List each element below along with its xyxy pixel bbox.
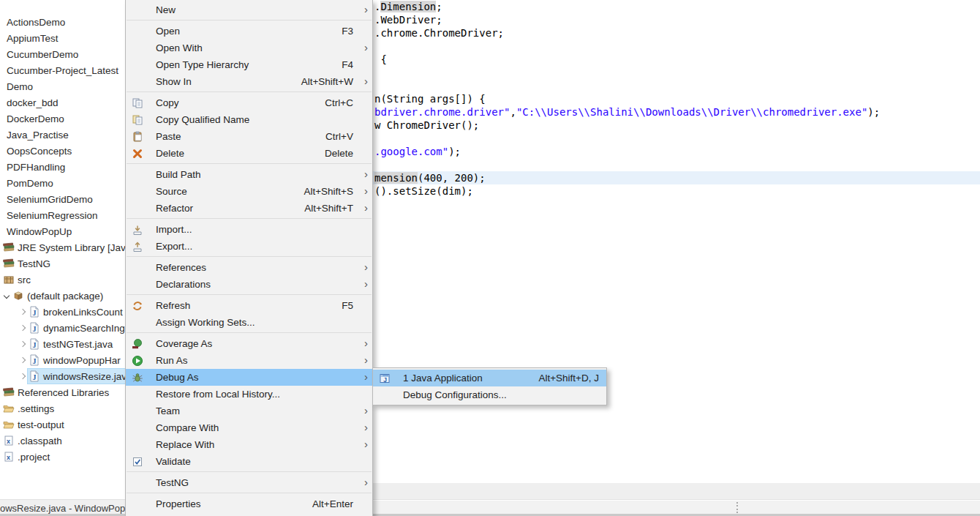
tree-item-body[interactable]: JdynamicSearchIng [28,321,125,335]
tree-item-brokenlinkscount[interactable]: JbrokenLinksCount [0,304,125,320]
menu-item-new[interactable]: New› [126,1,372,18]
tree-item-body[interactable]: .settings [2,401,56,416]
tree-item-body[interactable]: JRE System Library [Java [2,240,125,255]
menu-item-delete[interactable]: DeleteDelete [126,145,372,162]
tree-item-body[interactable]: JwindowsResize.jav [28,369,125,384]
tree-item-label: windowPopupHar [43,355,121,366]
tree-item-windowpopup[interactable]: WindowPopUp [0,223,125,239]
chevron-right-icon[interactable] [18,310,28,314]
tree-item-referenced-libraries[interactable]: Referenced Libraries [0,384,125,400]
menu-item-declarations[interactable]: Declarations› [126,276,372,293]
tree-item-body[interactable]: AppiumTest [6,31,61,45]
menu-separator [127,20,372,20]
menu-item-show-in[interactable]: Show InAlt+Shift+W› [126,73,372,90]
java-file-icon: J [29,306,40,318]
tree-item-body[interactable]: (default package) [12,288,105,303]
menu-item-debug-configurations[interactable]: Debug Configurations... [373,386,606,403]
menu-item-source[interactable]: SourceAlt+Shift+S› [126,183,372,200]
tree-item-body[interactable]: Java_Practise [6,127,71,142]
menu-item-replace-with[interactable]: Replace With› [126,436,372,453]
tree-item-body[interactable]: JbrokenLinksCount [28,304,125,319]
menu-item-references[interactable]: References› [126,259,372,276]
tree-item-body[interactable]: x.classpath [2,433,64,448]
tree-item-docker-bdd[interactable]: docker_bdd [0,94,125,111]
tree-item-settings[interactable]: .settings [0,400,125,416]
tree-item-pomdemo[interactable]: PomDemo [0,175,125,191]
menu-item-coverage-as[interactable]: Coverage As› [126,335,372,352]
tree-item-default-package[interactable]: (default package) [0,288,125,304]
tree-item-jre-system-library-java[interactable]: JRE System Library [Java [0,239,125,255]
menu-item-copy-qualified-name[interactable]: Copy Qualified Name [126,111,372,128]
tree-item-body[interactable]: Demo [6,79,35,94]
menu-item-team[interactable]: Team› [126,403,372,419]
tree-item-body[interactable]: src [2,272,33,287]
tree-item-body[interactable]: x.project [2,449,52,464]
tree-item-java-practise[interactable]: Java_Practise [0,127,125,143]
menu-item-testng[interactable]: TestNG› [126,474,372,491]
tree-item-body[interactable]: SeleniumRegression [6,208,100,223]
tree-item-body[interactable]: docker_bdd [6,95,61,110]
menu-item-assign-working-sets[interactable]: Assign Working Sets... [126,314,372,331]
tree-item-body[interactable]: PomDemo [6,176,56,190]
tree-item-seleniumregression[interactable]: SeleniumRegression [0,207,125,223]
menu-item-label: Debug Configurations... [403,389,507,400]
tree-item-body[interactable]: CucumberDemo [6,47,80,61]
tree-item-body[interactable]: JwindowPopupHar [28,353,123,367]
menu-item-copy[interactable]: CopyCtrl+C [126,94,372,111]
menu-item-properties[interactable]: PropertiesAlt+Enter [126,496,372,512]
tree-item-testngtest-java[interactable]: JtestNGTest.java [0,336,125,352]
menu-item-open[interactable]: OpenF3 [126,23,372,40]
menu-item-refactor[interactable]: RefactorAlt+Shift+T› [126,200,372,217]
sash-handle[interactable] [736,502,739,513]
menu-item-import[interactable]: Import... [126,221,372,238]
tree-item-classpath[interactable]: x.classpath [0,433,125,449]
tree-item-oopsconcepts[interactable]: OopsConcepts [0,143,125,159]
chevron-right-icon[interactable] [18,358,28,362]
tree-item-seleniumgriddemo[interactable]: SeleniumGridDemo [0,191,125,207]
menu-item-debug-as[interactable]: Debug As› [126,369,372,386]
tree-item-body[interactable]: WindowPopUp [6,224,74,239]
tree-item-demo[interactable]: Demo [0,78,125,94]
tree-item-label: JRE System Library [Java [18,242,125,253]
chevron-down-icon[interactable] [1,293,12,298]
menu-item-export[interactable]: Export... [126,238,372,255]
tree-item-appiumtest[interactable]: AppiumTest [0,30,125,46]
tree-item-body[interactable]: Cucumber-Project_Latest [6,63,121,78]
tree-item-body[interactable]: SeleniumGridDemo [6,192,95,206]
tree-item-body[interactable]: test-output [2,417,67,432]
tree-item-body[interactable]: OopsConcepts [6,143,74,158]
chevron-right-icon[interactable] [18,374,28,378]
menu-item-validate[interactable]: Validate [126,453,372,470]
code-editor[interactable]: .Dimension;.WebDriver;.chrome.ChromeDriv… [373,0,980,483]
tree-item-body[interactable]: Referenced Libraries [2,385,111,400]
tree-item-src[interactable]: src [0,272,125,288]
svg-text:x: x [7,438,10,445]
tree-item-test-output[interactable]: test-output [0,416,125,433]
tree-item-cucumberdemo[interactable]: CucumberDemo [0,46,125,62]
tree-item-windowpopuphar[interactable]: JwindowPopupHar [0,352,125,368]
menu-item-run-as[interactable]: Run As› [126,352,372,369]
menu-item-paste[interactable]: PasteCtrl+V [126,128,372,145]
chevron-right-icon[interactable] [18,342,28,346]
tree-item-body[interactable]: TestNG [2,256,53,271]
tree-item-dynamicsearching[interactable]: JdynamicSearchIng [0,320,125,336]
tree-item-body[interactable]: DockerDemo [6,111,67,126]
chevron-right-icon[interactable] [18,326,28,330]
tree-item-windowsresize-jav[interactable]: JwindowsResize.jav [0,368,125,384]
tree-item-actionsdemo[interactable]: ActionsDemo [0,14,125,30]
menu-item-1-java-application[interactable]: J1 Java ApplicationAlt+Shift+D, J [373,370,606,386]
tree-item-testng[interactable]: TestNG [0,255,125,272]
tree-item-project[interactable]: x.project [0,449,125,465]
menu-item-refresh[interactable]: RefreshF5 [126,297,372,314]
menu-item-open-with[interactable]: Open With› [126,40,372,56]
tree-item-pdfhandling[interactable]: PDFHandling [0,159,125,175]
menu-item-restore-from-local-history[interactable]: Restore from Local History... [126,386,372,403]
menu-item-compare-with[interactable]: Compare With› [126,419,372,436]
menu-item-open-type-hierarchy[interactable]: Open Type HierarchyF4 [126,56,372,73]
menu-item-build-path[interactable]: Build Path› [126,166,372,183]
tree-item-body[interactable]: JtestNGTest.java [28,337,115,351]
tree-item-body[interactable]: PDFHandling [6,160,67,174]
tree-item-cucumber-project-latest[interactable]: Cucumber-Project_Latest [0,62,125,78]
tree-item-body[interactable]: ActionsDemo [6,15,67,29]
tree-item-dockerdemo[interactable]: DockerDemo [0,111,125,127]
